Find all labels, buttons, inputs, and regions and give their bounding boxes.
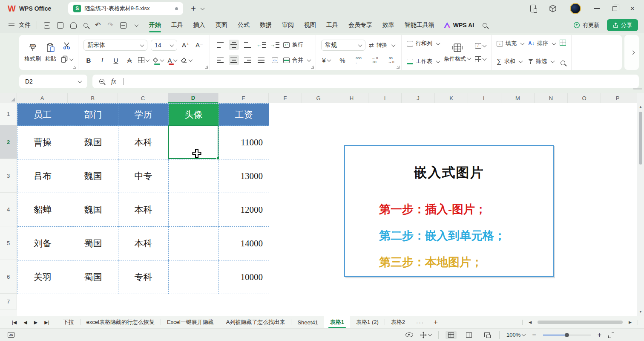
close-button[interactable]: × <box>630 5 635 12</box>
wrap-text-button[interactable]: ↵ 换行 <box>283 41 303 49</box>
normal-view-button[interactable] <box>446 331 457 339</box>
column-header-c[interactable]: C <box>118 93 168 103</box>
cell-e2[interactable]: 11000 <box>219 126 269 159</box>
cell-b1[interactable]: 部门 <box>68 104 118 126</box>
scroll-up-icon[interactable]: ▲ <box>637 105 644 109</box>
font-name-select[interactable]: 新宋体 <box>83 40 147 51</box>
decrease-indent-button[interactable]: ← <box>256 40 266 50</box>
vertical-scroll-thumb[interactable] <box>639 112 642 165</box>
tab-scroll-right-icon[interactable]: ▶ <box>629 320 632 324</box>
zoom-in-button[interactable]: + <box>598 331 601 339</box>
menu-insert[interactable]: 插入 <box>188 17 210 33</box>
zoom-formula-icon[interactable] <box>99 79 104 84</box>
page-break-view-button[interactable] <box>463 331 474 339</box>
sheet-tab[interactable]: 下拉 <box>57 316 80 328</box>
add-sheet-button[interactable]: + <box>429 318 442 327</box>
menu-tools-1[interactable]: 工具 <box>166 17 188 33</box>
row-header-1[interactable]: 1 <box>0 103 17 125</box>
column-header-d[interactable]: D <box>168 93 218 103</box>
cell-a6[interactable]: 关羽 <box>17 260 68 294</box>
cell-a3[interactable]: 吕布 <box>17 159 68 193</box>
menu-review[interactable]: 审阅 <box>277 17 299 33</box>
tab-scroll-left-icon[interactable]: ◀ <box>529 320 532 324</box>
row-header-2[interactable]: 2 <box>0 125 17 159</box>
cell-d4[interactable] <box>169 193 219 227</box>
cell-c6[interactable]: 专科 <box>118 260 169 294</box>
zoom-slider[interactable] <box>543 335 591 335</box>
scroll-down-icon[interactable]: ▼ <box>637 310 644 314</box>
more-sheets-button[interactable]: ··· <box>411 319 429 326</box>
rows-columns-button[interactable]: 行和列 <box>407 40 440 47</box>
table-style-button[interactable]: / <box>475 43 486 49</box>
cell-c3[interactable]: 中专 <box>118 159 169 193</box>
fill-color-button[interactable] <box>152 55 164 65</box>
share-button[interactable]: 分享 <box>607 19 638 31</box>
cell-b3[interactable]: 魏国 <box>68 159 118 193</box>
distribute-button[interactable]: <> <box>270 55 280 65</box>
column-header-k[interactable]: K <box>435 93 468 103</box>
cell-b6[interactable]: 蜀国 <box>68 260 118 294</box>
cell-c1[interactable]: 学历 <box>118 104 169 126</box>
align-top-button[interactable] <box>215 40 225 50</box>
zoom-level-button[interactable]: 100% <box>506 332 525 338</box>
decrease-decimal-button[interactable]: .00→.0 <box>386 55 396 65</box>
cell-style-button[interactable] <box>475 56 486 62</box>
fill-button[interactable]: ↓ 填充 <box>497 40 524 47</box>
percent-button[interactable]: % <box>337 55 348 65</box>
name-box[interactable]: D2 <box>19 75 87 88</box>
menu-home[interactable]: 开始 <box>144 17 166 33</box>
strikethrough-button[interactable]: A <box>124 55 135 65</box>
macro-js-icon[interactable]: JS <box>8 332 14 338</box>
format-painter-button[interactable]: 格式刷 <box>24 43 41 63</box>
increase-decimal-button[interactable]: ←.0.00 <box>370 55 380 65</box>
currency-button[interactable]: ¥ <box>321 55 331 65</box>
sort-button[interactable]: A↓ 排序 <box>528 40 555 47</box>
save-icon[interactable] <box>44 22 50 29</box>
devices-icon[interactable] <box>530 5 536 12</box>
zoom-out-button[interactable]: − <box>532 331 536 339</box>
menu-view[interactable]: 视图 <box>299 17 321 33</box>
menu-formulas[interactable]: 公式 <box>233 17 255 33</box>
restore-button[interactable] <box>612 6 617 11</box>
increase-font-icon[interactable]: A⁺ <box>181 40 191 50</box>
user-avatar[interactable] <box>570 3 581 14</box>
row-header-4[interactable]: 4 <box>0 193 17 226</box>
eraser-button[interactable] <box>181 55 192 65</box>
cell-e6[interactable]: 10000 <box>219 260 269 294</box>
prev-sheet-icon[interactable]: ◀ <box>23 320 27 325</box>
column-header-i[interactable]: I <box>368 93 402 103</box>
merge-cells-button[interactable]: 合并 <box>283 56 310 64</box>
sheet-tab[interactable]: Sheet41 <box>291 316 324 328</box>
italic-button[interactable]: I <box>97 55 107 65</box>
thousands-separator-button[interactable]: 000, <box>354 55 364 65</box>
group-expander-icon[interactable] <box>73 66 76 69</box>
row-header-6[interactable]: 6 <box>0 260 17 294</box>
font-color-button[interactable]: A <box>167 55 177 65</box>
cell-b2[interactable]: 魏国 <box>68 126 118 159</box>
cell-c5[interactable]: 本科 <box>118 227 169 260</box>
sheet-tab[interactable]: 表格1 (2) <box>350 316 385 328</box>
font-size-select[interactable]: 14 <box>151 40 177 51</box>
cell-d6[interactable] <box>169 260 219 294</box>
bold-button[interactable]: B <box>83 55 94 65</box>
column-header-b[interactable]: B <box>68 93 118 103</box>
cell-d5[interactable] <box>169 227 219 260</box>
underline-button[interactable]: U <box>111 55 121 65</box>
decrease-font-icon[interactable]: A⁻ <box>194 40 204 50</box>
file-menu[interactable]: 文件 <box>9 21 31 29</box>
cell-d3[interactable] <box>169 159 219 193</box>
menu-page[interactable]: 页面 <box>210 17 233 33</box>
copy-button[interactable] <box>60 55 73 63</box>
search-icon[interactable] <box>483 23 487 28</box>
redo-icon[interactable]: ↷ <box>107 22 113 29</box>
sheet-tab[interactable]: excel表格隐藏的行怎么恢复 <box>80 316 161 328</box>
column-header-l[interactable]: L <box>468 93 501 103</box>
menu-membership[interactable]: 会员专享 <box>343 17 377 33</box>
conditional-format-button[interactable]: 条件格式 <box>444 43 471 63</box>
wps-ai-button[interactable]: WPS AI <box>440 22 478 29</box>
cell-b5[interactable]: 蜀国 <box>68 227 118 260</box>
cube-icon[interactable] <box>549 4 557 13</box>
row-header-7[interactable]: 7 <box>0 294 17 309</box>
align-bottom-button[interactable] <box>242 40 253 50</box>
align-left-button[interactable] <box>215 55 225 65</box>
